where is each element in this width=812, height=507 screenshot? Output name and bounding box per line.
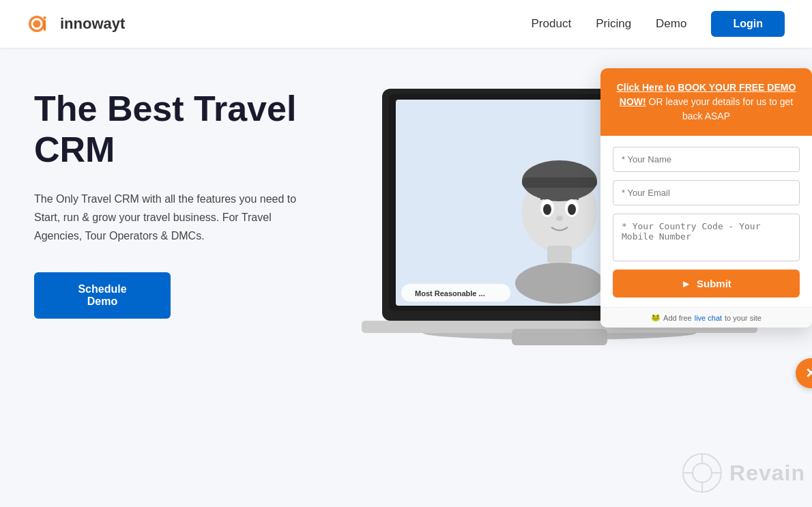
svg-rect-2 xyxy=(44,20,46,31)
svg-point-12 xyxy=(543,204,551,215)
revain-icon xyxy=(682,452,723,493)
svg-point-24 xyxy=(693,463,712,482)
brand-name: innowayt xyxy=(60,15,125,33)
svg-point-14 xyxy=(556,216,563,221)
submit-label: Submit xyxy=(697,278,731,289)
popup-header-text: Click Here to BOOK YOUR FREE DEMO NOW! O… xyxy=(614,81,798,124)
close-icon: ✕ xyxy=(805,366,813,380)
name-input[interactable] xyxy=(613,147,800,172)
footer-chat-link[interactable]: live chat xyxy=(695,314,722,322)
footer-text-1: Add free xyxy=(663,314,692,322)
logo[interactable]: innowayt xyxy=(27,10,125,38)
navbar: innowayt Product Pricing Demo Login xyxy=(0,0,812,48)
hero-title: The Best Travel CRM xyxy=(34,89,314,171)
submit-button[interactable]: ► Submit xyxy=(613,270,800,298)
hero-subtitle: The Only Travel CRM with all the feature… xyxy=(34,190,314,246)
svg-point-16 xyxy=(515,263,604,304)
revain-label: Revain xyxy=(729,461,805,486)
email-input[interactable] xyxy=(613,180,800,205)
nav-pricing[interactable]: Pricing xyxy=(596,17,631,31)
popup-header: Click Here to BOOK YOUR FREE DEMO NOW! O… xyxy=(600,68,812,136)
popup-form: Click Here to BOOK YOUR FREE DEMO NOW! O… xyxy=(600,68,812,328)
hero-right: Most Reasonable ... Click Here to BOOK Y… xyxy=(341,48,812,507)
main-content: The Best Travel CRM The Only Travel CRM … xyxy=(0,48,812,507)
submit-icon: ► xyxy=(681,278,691,289)
svg-point-13 xyxy=(568,204,576,215)
login-button[interactable]: Login xyxy=(711,11,785,37)
revain-badge: Revain xyxy=(682,452,805,493)
footer-icon: 🐸 xyxy=(651,313,661,322)
schedule-demo-button[interactable]: Schedule Demo xyxy=(34,272,171,319)
svg-point-3 xyxy=(44,16,46,19)
popup-footer: 🐸 Add free live chat to your site xyxy=(600,307,812,328)
logo-icon xyxy=(27,10,55,38)
nav-links: Product Pricing Demo Login xyxy=(532,11,785,37)
popup-body: ► Submit xyxy=(600,136,812,307)
svg-rect-22 xyxy=(512,329,607,345)
close-button[interactable]: ✕ xyxy=(796,358,812,388)
svg-rect-15 xyxy=(547,246,572,263)
hero-left: The Best Travel CRM The Only Travel CRM … xyxy=(0,48,341,507)
footer-text-2: to your site xyxy=(725,314,762,322)
nav-product[interactable]: Product xyxy=(532,17,572,31)
svg-text:Most Reasonable ...: Most Reasonable ... xyxy=(415,289,485,298)
svg-rect-9 xyxy=(522,177,597,188)
mobile-input[interactable] xyxy=(613,214,800,261)
nav-demo[interactable]: Demo xyxy=(656,17,686,31)
